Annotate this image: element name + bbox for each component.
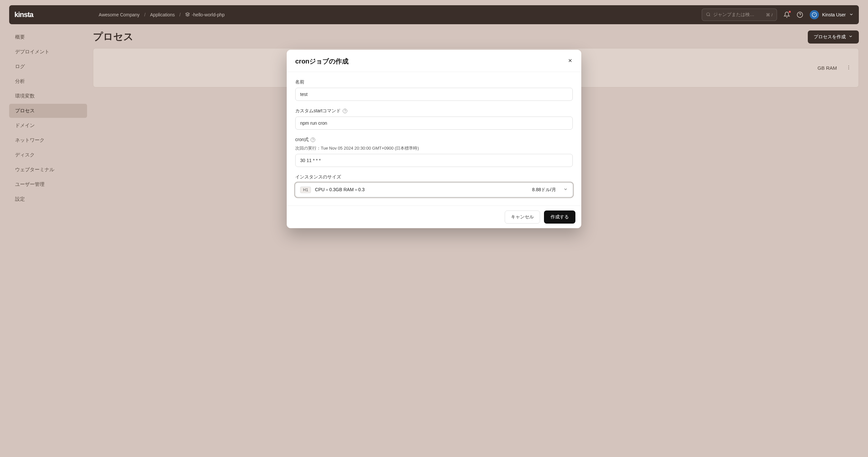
modal-body: 名前 カスタムstartコマンド ? cron式 ? 次回の実行：Tue Nov… [287,72,581,206]
sidebar-item-network[interactable]: ネットワーク [9,133,87,147]
cron-label: cron式 ? [295,137,573,143]
field-name: 名前 [295,79,573,101]
pod-badge: H1 [300,187,311,193]
search-icon [706,12,711,18]
user-menu[interactable]: Kinsta User [810,10,854,19]
name-input[interactable] [295,88,573,101]
breadcrumb-sep: / [179,12,181,17]
pod-label: インスタンスのサイズ [295,174,573,180]
svg-marker-0 [186,12,189,14]
notification-dot [789,11,791,13]
breadcrumb-section[interactable]: Applications [150,12,175,17]
breadcrumb-company[interactable]: Awesome Company [99,12,140,17]
process-row-right: GB RAM [817,65,851,71]
sidebar-item-processes[interactable]: プロセス [9,104,87,118]
search-kbd: ⌘ / [766,12,772,17]
sidebar-item-users[interactable]: ユーザー管理 [9,177,87,191]
command-label: カスタムstartコマンド ? [295,108,573,114]
process-spec: GB RAM [817,65,837,71]
kebab-icon[interactable] [846,65,851,71]
pod-price: 8.88ドル/月 [532,187,556,193]
submit-button[interactable]: 作成する [544,211,576,223]
search-placeholder: ジャンプまたは検… [713,12,764,18]
create-process-label: プロセスを作成 [814,34,846,40]
breadcrumbs: Awesome Company / Applications / -hello-… [99,12,225,18]
sidebar-item-analytics[interactable]: 分析 [9,74,87,88]
sidebar-item-settings[interactable]: 設定 [9,192,87,206]
help-icon[interactable]: ? [311,138,315,142]
help-icon[interactable] [797,11,803,18]
breadcrumb-app[interactable]: -hello-world-php [185,12,224,18]
user-name: Kinsta User [822,12,846,17]
topbar-right: ジャンプまたは検… ⌘ / Kinsta User [702,8,854,21]
create-process-button[interactable]: プロセスを作成 [808,30,859,43]
svg-point-9 [848,68,849,69]
cancel-button[interactable]: キャンセル [505,211,540,223]
svg-point-8 [848,67,849,67]
stack-icon [185,12,190,18]
sidebar-item-overview[interactable]: 概要 [9,30,87,44]
svg-point-7 [848,65,849,66]
avatar [810,10,819,19]
svg-line-2 [709,15,710,16]
field-pod: インスタンスのサイズ H1 CPU＝0.3GB RAM＝0.3 8.88ドル/月 [295,174,573,197]
cron-input[interactable] [295,154,573,167]
command-input[interactable] [295,117,573,130]
sidebar-item-env[interactable]: 環境変数 [9,89,87,103]
sidebar-item-disk[interactable]: ディスク [9,148,87,162]
field-command: カスタムstartコマンド ? [295,108,573,130]
breadcrumb-sep: / [144,12,146,17]
page-title: プロセス [93,30,133,43]
sidebar: 概要 デプロイメント ログ 分析 環境変数 プロセス ドメイン ネットワーク デ… [9,30,87,206]
sidebar-item-logs[interactable]: ログ [9,60,87,74]
topbar: kinsta Awesome Company / Applications / … [9,5,859,24]
content-header: プロセス プロセスを作成 [93,30,859,43]
create-cron-modal: cronジョブの作成 名前 カスタムstartコマンド ? cron式 [287,50,581,228]
modal-footer: キャンセル 作成する [287,206,581,228]
brand-logo: kinsta [14,10,33,19]
pod-select[interactable]: H1 CPU＝0.3GB RAM＝0.3 8.88ドル/月 [295,183,573,197]
sidebar-item-deployments[interactable]: デプロイメント [9,45,87,59]
sidebar-item-webterminal[interactable]: ウェブターミナル [9,163,87,177]
pod-spec: CPU＝0.3GB RAM＝0.3 [315,187,365,193]
modal-title: cronジョブの作成 [295,57,348,66]
field-cron: cron式 ? 次回の実行：Tue Nov 05 2024 20:30:00 G… [295,137,573,167]
close-icon[interactable] [567,58,573,65]
search-input[interactable]: ジャンプまたは検… ⌘ / [702,8,777,21]
cron-hint: 次回の実行：Tue Nov 05 2024 20:30:00 GMT+0900 … [295,145,573,151]
svg-point-1 [706,12,709,16]
cron-label-text: cron式 [295,137,309,143]
name-label: 名前 [295,79,573,85]
breadcrumb-app-label: -hello-world-php [192,12,224,17]
sidebar-item-domains[interactable]: ドメイン [9,119,87,132]
chevron-down-icon [849,12,854,18]
modal-header: cronジョブの作成 [287,50,581,72]
chevron-down-icon [563,187,568,193]
chevron-down-icon [848,34,853,40]
command-label-text: カスタムstartコマンド [295,108,341,114]
notifications-icon[interactable] [783,11,790,18]
help-icon[interactable]: ? [343,109,347,113]
